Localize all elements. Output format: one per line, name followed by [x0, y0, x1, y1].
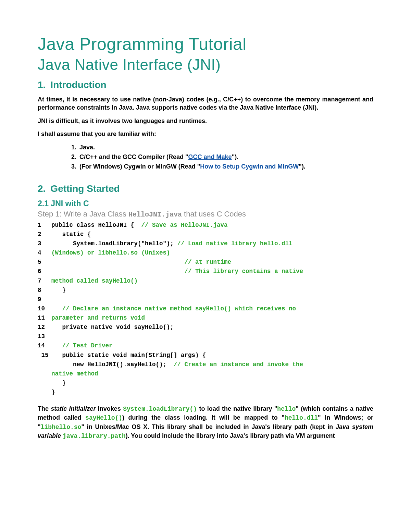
link-gcc-make[interactable]: GCC and Make: [188, 153, 232, 160]
section-label: Getting Started: [50, 183, 120, 194]
intro-paragraph-1: At times, it is necessary to use native …: [38, 95, 373, 112]
subsection-jni-with-c: 2.1 JNI with C: [38, 199, 373, 208]
explanation-paragraph: The static initializer invokes System.lo…: [38, 405, 373, 441]
section-introduction: 1.Introduction: [38, 79, 373, 90]
link-cygwin-mingw[interactable]: How to Setup Cygwin and MinGW: [200, 163, 299, 170]
section-label: Introduction: [50, 79, 106, 90]
section-number: 1.: [38, 79, 46, 90]
page-subtitle: Java Native Interface (JNI): [38, 56, 373, 73]
intro-paragraph-2: JNI is difficult, as it involves two lan…: [38, 117, 373, 125]
prerequisite-list: Java. C/C++ and the GCC Compiler (Read "…: [38, 143, 373, 172]
page-title: Java Programming Tutorial: [38, 34, 373, 54]
step-1-heading: Step 1: Write a Java Class HelloJNI.java…: [38, 210, 373, 219]
list-item: Java.: [78, 143, 373, 152]
code-block: 1public class HelloJNI { // Save as Hell…: [38, 221, 373, 397]
list-item: C/C++ and the GCC Compiler (Read "GCC an…: [78, 152, 373, 162]
intro-paragraph-3: I shall assume that you are familiar wit…: [38, 130, 373, 138]
section-getting-started: 2.Getting Started: [38, 183, 373, 194]
section-number: 2.: [38, 183, 46, 194]
list-item: (For Windows) Cygwin or MinGW (Read "How…: [78, 162, 373, 172]
